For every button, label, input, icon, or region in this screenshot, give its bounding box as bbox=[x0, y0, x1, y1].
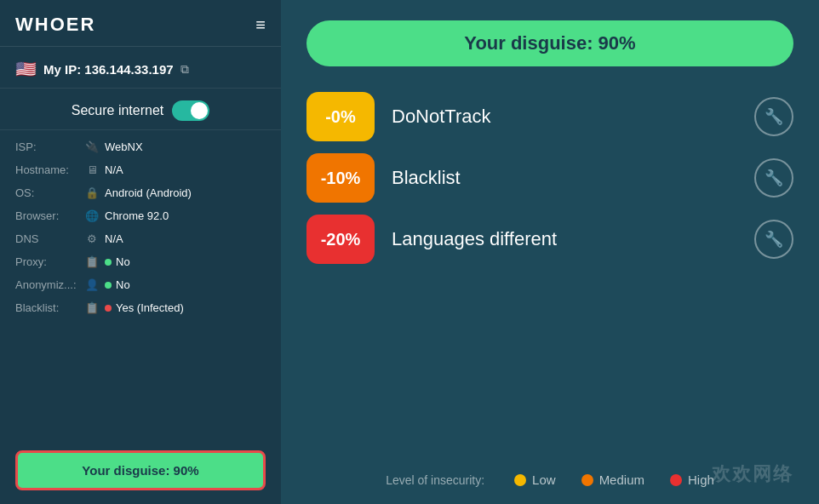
dns-value: N/A bbox=[105, 232, 123, 245]
hostname-value: N/A bbox=[105, 163, 123, 176]
proxy-label: Proxy: bbox=[15, 255, 79, 268]
info-row-proxy: Proxy: 📋 No bbox=[0, 250, 281, 273]
secure-internet-row: Secure internet bbox=[0, 89, 281, 130]
badge-donottrack: -0% bbox=[306, 92, 375, 141]
wrench-button-donottrack[interactable]: 🔧 bbox=[754, 97, 793, 136]
right-panel: Your disguise: 90% -0% DoNotTrack 🔧 -10%… bbox=[281, 0, 819, 504]
isp-icon: 🔌 bbox=[84, 140, 100, 153]
header: WHOER ≡ bbox=[0, 0, 281, 47]
items-list: -0% DoNotTrack 🔧 -10% Blacklist 🔧 -20% L… bbox=[306, 92, 793, 455]
proxy-dot bbox=[105, 259, 112, 266]
disguise-button-bottom[interactable]: Your disguise: 90% bbox=[15, 450, 266, 490]
os-label: OS: bbox=[15, 186, 79, 199]
legend-high-label: High bbox=[688, 472, 714, 487]
legend-title: Level of insecurity: bbox=[386, 473, 484, 487]
proxy-value: No bbox=[105, 255, 130, 268]
anonymizer-label: Anonymiz...: bbox=[15, 278, 79, 291]
wrench-button-blacklist[interactable]: 🔧 bbox=[754, 158, 793, 198]
item-row-languages: -20% Languages different 🔧 bbox=[306, 215, 793, 264]
info-row-dns: DNS ⚙ N/A bbox=[0, 227, 281, 250]
isp-label: ISP: bbox=[15, 140, 79, 153]
flag-icon: 🇺🇸 bbox=[15, 59, 37, 79]
item-row-donottrack: -0% DoNotTrack 🔧 bbox=[306, 92, 793, 141]
blacklist-value: Yes (Infected) bbox=[105, 301, 184, 314]
legend-low-dot bbox=[514, 474, 526, 486]
info-row-anonymizer: Anonymiz...: 👤 No bbox=[0, 273, 281, 296]
anonymizer-dot bbox=[105, 282, 112, 289]
item-row-blacklist: -10% Blacklist 🔧 bbox=[306, 153, 793, 203]
anonymizer-icon: 👤 bbox=[84, 278, 100, 291]
hostname-label: Hostname: bbox=[15, 163, 79, 176]
os-value: Android (Android) bbox=[105, 186, 192, 199]
legend-medium-label: Medium bbox=[599, 472, 644, 487]
info-row-hostname: Hostname: 🖥 N/A bbox=[0, 158, 281, 181]
anonymizer-value: No bbox=[105, 278, 130, 291]
proxy-icon: 📋 bbox=[84, 255, 100, 268]
blacklist-dot bbox=[105, 305, 112, 312]
info-row-browser: Browser: 🌐 Chrome 92.0 bbox=[0, 204, 281, 227]
info-row-os: OS: 🔒 Android (Android) bbox=[0, 181, 281, 204]
blacklist-label: Blacklist: bbox=[15, 301, 79, 314]
wrench-button-languages[interactable]: 🔧 bbox=[754, 220, 793, 259]
left-panel: WHOER ≡ 🇺🇸 My IP: 136.144.33.197 ⧉ Secur… bbox=[0, 0, 281, 504]
badge-blacklist: -10% bbox=[306, 153, 375, 203]
legend-medium-dot bbox=[581, 474, 593, 486]
item-label-blacklist: Blacklist bbox=[392, 167, 737, 189]
ip-address: My IP: 136.144.33.197 bbox=[43, 62, 174, 77]
legend-low-label: Low bbox=[532, 472, 556, 487]
legend-low: Low bbox=[514, 472, 556, 487]
blacklist-icon: 📋 bbox=[84, 301, 100, 314]
copy-icon[interactable]: ⧉ bbox=[180, 62, 189, 77]
browser-label: Browser: bbox=[15, 209, 79, 222]
isp-value: WebNX bbox=[105, 140, 143, 153]
dns-icon: ⚙ bbox=[84, 232, 100, 245]
badge-languages: -20% bbox=[306, 215, 375, 264]
ip-row: 🇺🇸 My IP: 136.144.33.197 ⧉ bbox=[0, 47, 281, 89]
browser-value: Chrome 92.0 bbox=[105, 209, 169, 222]
item-label-languages: Languages different bbox=[392, 228, 737, 250]
item-label-donottrack: DoNotTrack bbox=[392, 106, 737, 128]
legend-high: High bbox=[670, 472, 714, 487]
legend-high-dot bbox=[670, 474, 682, 486]
info-row-blacklist: Blacklist: 📋 Yes (Infected) bbox=[0, 296, 281, 319]
dns-label: DNS bbox=[15, 232, 79, 245]
legend-medium: Medium bbox=[581, 472, 644, 487]
hostname-icon: 🖥 bbox=[84, 163, 100, 176]
menu-icon[interactable]: ≡ bbox=[255, 15, 266, 35]
disguise-banner: Your disguise: 90% bbox=[306, 20, 793, 66]
secure-internet-toggle[interactable] bbox=[172, 100, 209, 121]
browser-icon: 🌐 bbox=[84, 209, 100, 222]
os-icon: 🔒 bbox=[84, 186, 100, 199]
info-row-isp: ISP: 🔌 WebNX bbox=[0, 135, 281, 158]
secure-internet-label: Secure internet bbox=[72, 103, 164, 118]
watermark: 欢欢网络 bbox=[712, 461, 793, 487]
info-list: ISP: 🔌 WebNX Hostname: 🖥 N/A OS: 🔒 Andro… bbox=[0, 130, 281, 442]
logo: WHOER bbox=[15, 14, 95, 36]
